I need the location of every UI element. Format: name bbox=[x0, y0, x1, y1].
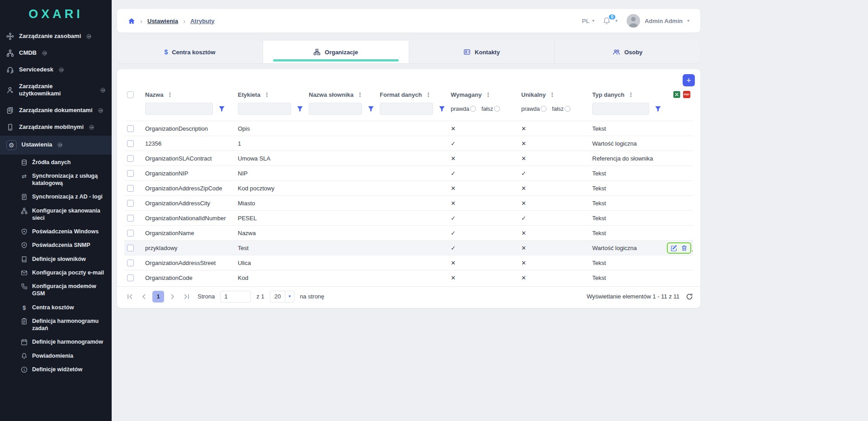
table-row-hovered[interactable]: przykladowy Test ✓ ✕ Wartość logiczna bbox=[124, 241, 693, 255]
column-menu-icon[interactable]: ⋮ bbox=[485, 91, 491, 98]
sidebar-subitem-poswiadczenia-windows[interactable]: Poświadczenia Windows bbox=[0, 225, 112, 238]
sidebar-subitem-centra-kosztow[interactable]: $ Centra kosztów bbox=[0, 301, 112, 314]
filter-funnel-icon[interactable] bbox=[218, 105, 225, 112]
table-row[interactable]: OrganizationAddressZipCode Kod pocztowy … bbox=[124, 181, 693, 196]
row-checkbox[interactable] bbox=[127, 215, 134, 222]
filter-radio-wymagany-falsz[interactable]: fałsz bbox=[481, 106, 500, 112]
column-menu-icon[interactable]: ⋮ bbox=[357, 91, 363, 98]
filter-radio-unikalny-prawda[interactable]: prawda bbox=[521, 106, 547, 112]
tab-osoby[interactable]: Osoby bbox=[555, 41, 700, 63]
filter-input-nazwa-slownika[interactable] bbox=[309, 103, 362, 115]
column-menu-icon[interactable]: ⋮ bbox=[425, 91, 431, 98]
filter-funnel-icon[interactable] bbox=[655, 105, 661, 112]
page-size-select[interactable]: 20 ▼ bbox=[270, 291, 294, 303]
column-header-nazwa[interactable]: Nazwa⋮ bbox=[142, 88, 235, 101]
sidebar-item-ustawienia[interactable]: ⚙ Ustawienia bbox=[0, 136, 112, 155]
delete-button[interactable] bbox=[680, 244, 688, 252]
sidebar-subitem-synchronizacja-katalogowa[interactable]: ⇄ Synchronizacja z usługą katalogową bbox=[0, 169, 112, 190]
sidebar-item-cmdb[interactable]: CMDB bbox=[0, 45, 112, 61]
column-header-typ-danych[interactable]: Typ danych⋮ bbox=[590, 88, 664, 101]
sidebar-subitem-poswiadczenia-snmp[interactable]: Poświadczenia SNMP bbox=[0, 238, 112, 252]
sidebar-item-zarzadzanie-mobilnymi[interactable]: Zarządzanie mobilnymi bbox=[0, 119, 112, 136]
row-checkbox[interactable] bbox=[127, 140, 134, 147]
column-menu-icon[interactable]: ⋮ bbox=[628, 91, 634, 98]
breadcrumb-link-atrybuty[interactable]: Atrybuty bbox=[190, 18, 214, 24]
sidebar-subitem-definicje-widzetow[interactable]: Definicje widżetów bbox=[0, 363, 112, 376]
row-checkbox[interactable] bbox=[127, 170, 134, 177]
column-header-nazwa-slownika[interactable]: Nazwa słownika⋮ bbox=[306, 88, 377, 101]
table-row[interactable]: OrganizationNationalIdNumber PESEL ✓ ✓ T… bbox=[124, 211, 693, 226]
notifications-button[interactable]: 0 bbox=[603, 17, 611, 25]
avatar[interactable] bbox=[627, 14, 640, 28]
row-checkbox[interactable] bbox=[127, 245, 134, 251]
edit-button[interactable] bbox=[670, 244, 678, 252]
page-number-button[interactable]: 1 bbox=[152, 291, 164, 303]
sidebar-item-zarzadzanie-zasobami[interactable]: Zarządzanie zasobami bbox=[0, 28, 112, 45]
sidebar-subitem-definicja-harmonogramu-zadan[interactable]: Definicja harmonogramu zadań bbox=[0, 314, 112, 336]
filter-radio-wymagany-prawda[interactable]: prawda bbox=[451, 106, 476, 112]
sidebar-subitem-definicje-slownikow[interactable]: Definicje słowników bbox=[0, 252, 112, 266]
sidebar-subitem-konfiguracje-skanowania[interactable]: Konfiguracje skanowania sieci bbox=[0, 204, 112, 225]
sidebar-subitem-definicje-harmonogramow[interactable]: Definicje harmonogramów bbox=[0, 335, 112, 349]
filter-input-typ-danych[interactable] bbox=[592, 103, 649, 115]
table-row[interactable]: OrganizationAddressCity Miasto ✕ ✕ Tekst bbox=[124, 196, 693, 211]
table-row[interactable]: OrganizationAddressStreet Ulica ✕ ✕ Teks… bbox=[124, 255, 693, 270]
home-icon[interactable] bbox=[128, 18, 135, 24]
tab-organizacje[interactable]: Organizacje bbox=[263, 41, 409, 63]
column-header-etykieta[interactable]: Etykieta⋮ bbox=[235, 88, 306, 101]
radio-input[interactable] bbox=[470, 106, 476, 112]
sidebar-subitem-powiadomienia[interactable]: Powiadomienia bbox=[0, 349, 112, 363]
last-page-button[interactable] bbox=[181, 291, 192, 302]
sidebar-subitem-zrodla-danych[interactable]: Źródła danych bbox=[0, 156, 112, 169]
radio-input[interactable] bbox=[541, 106, 547, 112]
row-checkbox[interactable] bbox=[127, 274, 134, 281]
prev-page-button[interactable] bbox=[138, 291, 149, 302]
column-menu-icon[interactable]: ⋮ bbox=[167, 91, 173, 98]
radio-input[interactable] bbox=[565, 106, 571, 112]
sidebar-subitem-konfiguracja-modemow[interactable]: Konfiguracja modemów GSM bbox=[0, 279, 112, 301]
table-row[interactable]: OrganizationNIP NIP ✓ ✓ Tekst bbox=[124, 166, 693, 181]
pdf-export-icon[interactable]: PDF bbox=[683, 91, 690, 98]
filter-funnel-icon[interactable] bbox=[297, 105, 303, 112]
table-row[interactable]: OrganizationName Nazwa ✓ ✕ Tekst bbox=[124, 226, 693, 241]
column-menu-icon[interactable]: ⋮ bbox=[264, 91, 270, 98]
table-row[interactable]: 12356 1 ✓ ✕ Wartość logiczna bbox=[124, 136, 693, 151]
sidebar-item-servicedesk[interactable]: Servicedesk bbox=[0, 61, 112, 78]
first-page-button[interactable] bbox=[124, 291, 135, 302]
next-page-button[interactable] bbox=[167, 291, 178, 302]
row-checkbox[interactable] bbox=[127, 230, 134, 237]
row-checkbox[interactable] bbox=[127, 125, 134, 132]
filter-funnel-icon[interactable] bbox=[368, 105, 374, 112]
page-input[interactable] bbox=[220, 291, 251, 303]
table-row[interactable]: OrganizationSLAContract Umowa SLA ✕ ✕ Re… bbox=[124, 151, 693, 166]
filter-funnel-icon[interactable] bbox=[439, 105, 445, 112]
sidebar-subitem-konfiguracja-poczty[interactable]: Konfiguracja poczty e-mail bbox=[0, 266, 112, 279]
table-row[interactable]: OrganizationDescription Opis ✕ ✕ Tekst bbox=[124, 121, 693, 136]
add-attribute-button[interactable]: + bbox=[683, 74, 695, 86]
tab-centra-kosztow[interactable]: $ Centra kosztów bbox=[117, 41, 263, 63]
select-all-checkbox[interactable] bbox=[127, 91, 134, 98]
filter-input-etykieta[interactable] bbox=[238, 103, 291, 115]
sidebar-subitem-synchronizacja-ad-logi[interactable]: Synchronizacja z AD - logi bbox=[0, 190, 112, 203]
row-checkbox[interactable] bbox=[127, 155, 134, 162]
row-checkbox[interactable] bbox=[127, 200, 134, 207]
sidebar-item-zarzadzanie-dokumentami[interactable]: Zarządzanie dokumentami bbox=[0, 102, 112, 119]
column-header-wymagany[interactable]: Wymagany⋮ bbox=[448, 88, 519, 101]
caret-down-icon[interactable]: ▾ bbox=[615, 19, 618, 23]
refresh-icon[interactable] bbox=[686, 293, 693, 300]
language-selector[interactable]: PL ▾ bbox=[582, 18, 594, 24]
row-checkbox[interactable] bbox=[127, 260, 134, 266]
column-header-format-danych[interactable]: Format danych⋮ bbox=[377, 88, 448, 101]
radio-input[interactable] bbox=[494, 106, 500, 112]
table-row[interactable]: OrganizationCode Kod ✕ ✕ Tekst bbox=[124, 270, 693, 285]
column-menu-icon[interactable]: ⋮ bbox=[549, 91, 555, 98]
sidebar-item-zarzadzanie-uzytkownikami[interactable]: Zarządzanie użytkownikami bbox=[0, 78, 112, 102]
breadcrumb-link-ustawienia[interactable]: Ustawienia bbox=[147, 18, 178, 24]
row-checkbox[interactable] bbox=[127, 185, 134, 192]
caret-down-icon[interactable]: ▾ bbox=[687, 19, 689, 23]
filter-input-format-danych[interactable] bbox=[380, 103, 433, 115]
tab-kontakty[interactable]: Kontakty bbox=[409, 41, 555, 63]
excel-export-icon[interactable] bbox=[673, 91, 680, 98]
filter-radio-unikalny-falsz[interactable]: fałsz bbox=[552, 106, 571, 112]
filter-input-nazwa[interactable] bbox=[145, 103, 213, 115]
